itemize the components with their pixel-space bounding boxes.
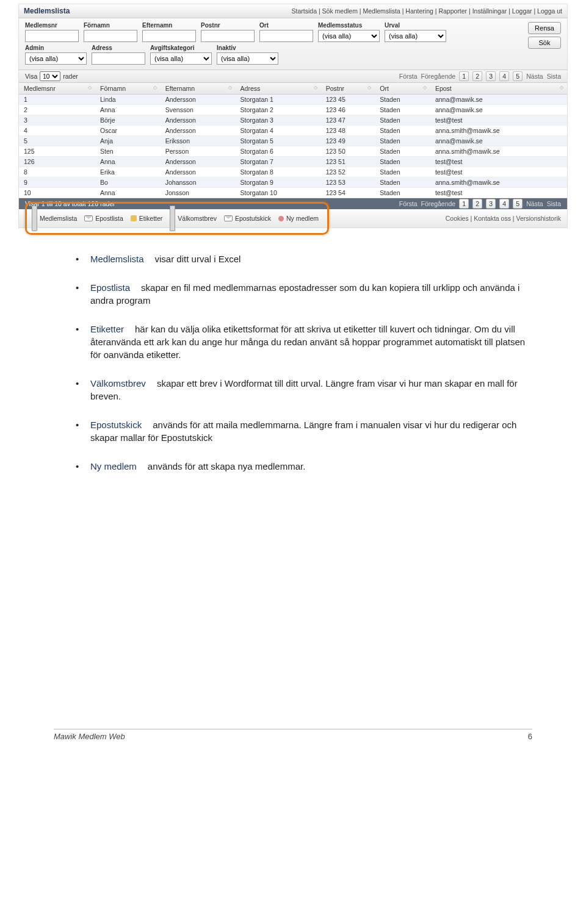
- pager-next[interactable]: Nästa: [526, 200, 543, 207]
- sort-icon[interactable]: ◇: [314, 85, 317, 90]
- table-row[interactable]: 1LindaAnderssonStorgatan 1123 45Stadenan…: [19, 95, 567, 105]
- filter-medlemsnr: Medlemsnr: [25, 22, 79, 42]
- cell: Staden: [375, 126, 430, 136]
- cell: 123 50: [321, 146, 375, 157]
- cell: 123 53: [321, 177, 375, 188]
- filter-input[interactable]: [25, 30, 79, 42]
- term: Etiketter: [90, 324, 135, 334]
- sort-icon[interactable]: ◇: [367, 85, 371, 90]
- filter-input[interactable]: [142, 30, 196, 42]
- filter-input[interactable]: [84, 30, 137, 42]
- cell: 123 54: [321, 188, 375, 198]
- filter-input[interactable]: [259, 30, 313, 42]
- col-postnr[interactable]: Postnr◇: [321, 83, 375, 95]
- table-row[interactable]: 125StenPerssonStorgatan 6123 50Stadenann…: [19, 146, 567, 157]
- filter-label: Admin: [25, 45, 87, 51]
- cell: Erika: [95, 167, 161, 177]
- pager-page[interactable]: 4: [499, 71, 509, 81]
- pager-page[interactable]: 4: [499, 199, 509, 209]
- cell: 1: [19, 95, 95, 105]
- cell: Storgatan 4: [236, 126, 321, 136]
- filter-select[interactable]: (visa alla): [150, 52, 212, 65]
- table-row[interactable]: 126AnnaAnderssonStorgatan 7123 51Stadent…: [19, 157, 567, 167]
- table-row[interactable]: 2AnnaSvenssonStorgatan 2123 46Stadenanna…: [19, 105, 567, 115]
- cell: Sten: [95, 146, 161, 157]
- sok-button[interactable]: Sök: [528, 37, 561, 49]
- table-row[interactable]: 5AnjaErikssonStorgatan 5123 49Stadenanna…: [19, 136, 567, 146]
- filter-select[interactable]: (visa alla): [318, 30, 380, 42]
- sort-icon[interactable]: ◇: [423, 85, 427, 90]
- table-row[interactable]: 9BoJohanssonStorgatan 9123 53Stadenanna.…: [19, 177, 567, 188]
- pager-page[interactable]: 1: [459, 71, 469, 81]
- cell: 123 47: [321, 115, 375, 126]
- rensa-button[interactable]: Rensa: [528, 22, 561, 34]
- filter-select[interactable]: (visa alla): [25, 52, 87, 65]
- cell: Staden: [375, 188, 430, 198]
- pager-prev[interactable]: Föregående: [421, 200, 456, 207]
- footer-links[interactable]: Cookies | Kontakta oss | Versionshistori…: [446, 215, 561, 222]
- action-label: Medlemslista: [40, 215, 77, 222]
- action-epostutskick[interactable]: Epostutskick: [224, 215, 271, 222]
- cell: test@test: [430, 167, 567, 177]
- filter-label: Avgiftskategori: [150, 45, 212, 51]
- cell: 123 49: [321, 136, 375, 146]
- list-item: Epostutskickanvänds för att maila medlem…: [72, 418, 532, 444]
- filter-input[interactable]: [201, 30, 255, 42]
- cell: Staden: [375, 167, 430, 177]
- pager-prev[interactable]: Föregående: [421, 73, 456, 80]
- top-nav-links[interactable]: Startsida | Sök medlem | Medlemslista | …: [292, 7, 562, 15]
- sort-icon[interactable]: ◇: [560, 85, 563, 90]
- pager-page[interactable]: 3: [486, 199, 496, 209]
- filter-select[interactable]: (visa alla): [217, 52, 278, 65]
- pager-first[interactable]: Första: [399, 73, 418, 80]
- action-ny-medlem[interactable]: Ny medlem: [278, 215, 319, 222]
- pager-next[interactable]: Nästa: [526, 73, 543, 80]
- pager-page[interactable]: 5: [513, 71, 523, 81]
- action-label: Epostutskick: [235, 215, 271, 222]
- table-row[interactable]: 4OscarAnderssonStorgatan 4123 48Stadenan…: [19, 126, 567, 136]
- cell: 2: [19, 105, 95, 115]
- filter-input[interactable]: [92, 52, 145, 65]
- table-row[interactable]: 8ErikaAnderssonStorgatan 8123 52Stadente…: [19, 167, 567, 177]
- list-item: Etiketterhär kan du välja olika etiketts…: [72, 323, 532, 361]
- filter-select[interactable]: (visa alla): [385, 30, 446, 42]
- table-row[interactable]: 3BörjeAnderssonStorgatan 3123 47Stadente…: [19, 115, 567, 126]
- col-ort[interactable]: Ort◇: [375, 83, 430, 95]
- filter-ort: Ort: [259, 22, 313, 42]
- cell: Staden: [375, 146, 430, 157]
- pager-page[interactable]: 5: [513, 199, 523, 209]
- cell: 4: [19, 126, 95, 136]
- cell: Storgatan 8: [236, 167, 321, 177]
- term: Epostlista: [90, 282, 141, 293]
- col-efternamn[interactable]: Efternamn◇: [161, 83, 236, 95]
- cell: Staden: [375, 95, 430, 105]
- action-epostlista[interactable]: Epostlista: [84, 215, 123, 222]
- col-medlemsnr[interactable]: Medlemsnr◇: [19, 83, 95, 95]
- cell: 123 45: [321, 95, 375, 105]
- sort-icon[interactable]: ◇: [153, 85, 157, 90]
- col-adress[interactable]: Adress◇: [236, 83, 321, 95]
- pager-page[interactable]: 3: [486, 71, 496, 81]
- pager-last[interactable]: Sista: [547, 73, 561, 80]
- action-välkomstbrev[interactable]: Välkomstbrev: [170, 206, 217, 231]
- rows-per-page-select[interactable]: 10: [40, 71, 60, 81]
- cell: Storgatan 5: [236, 136, 321, 146]
- mail-icon: [224, 215, 233, 221]
- action-etiketter[interactable]: Etiketter: [131, 215, 163, 222]
- pager-page[interactable]: 2: [472, 71, 482, 81]
- pager-first[interactable]: Första: [399, 200, 418, 207]
- cell: 10: [19, 188, 95, 198]
- action-bar: MedlemslistaEpostlistaEtiketterVälkomstb…: [19, 209, 567, 227]
- pager-page[interactable]: 1: [459, 199, 469, 209]
- sort-icon[interactable]: ◇: [228, 85, 232, 90]
- action-medlemslista[interactable]: Medlemslista: [32, 206, 77, 231]
- sort-icon[interactable]: ◇: [88, 85, 92, 90]
- table-row[interactable]: 10AnnaJonssonStorgatan 10123 54Stadentes…: [19, 188, 567, 198]
- visa-label-post: rader: [63, 73, 78, 80]
- pager-last[interactable]: Sista: [547, 200, 561, 207]
- col-epost[interactable]: Epost◇: [430, 83, 567, 95]
- pager-page[interactable]: 2: [472, 199, 482, 209]
- col-förnamn[interactable]: Förnamn◇: [95, 83, 161, 95]
- filter-label: Medlemsnr: [25, 22, 79, 29]
- cell: Andersson: [161, 95, 236, 105]
